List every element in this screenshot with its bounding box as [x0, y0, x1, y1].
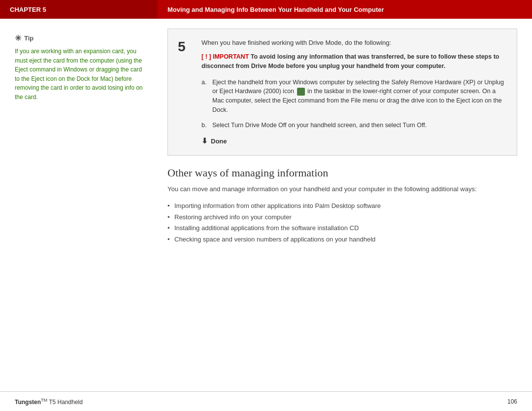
model-name: T5 Handheld	[47, 399, 83, 406]
important-notice: [ ! ] IMPORTANT To avoid losing any info…	[201, 52, 504, 71]
step-intro-text: When you have finished working with Driv…	[201, 39, 504, 46]
page-header: CHAPTER 5 Moving and Managing Info Betwe…	[0, 0, 532, 19]
chapter-title-text: Moving and Managing Info Between Your Ha…	[167, 6, 384, 13]
done-arrow-icon: ⬇	[201, 137, 208, 145]
done-label: Done	[211, 137, 227, 145]
step-box: 5 When you have finished working with Dr…	[167, 29, 517, 156]
tip-header: ✳ Tip	[15, 34, 143, 43]
done-row: ⬇ Done	[201, 137, 504, 145]
sidebar-tip: ✳ Tip If you are working with an expansi…	[0, 29, 158, 391]
section-heading: Other ways of managing information	[167, 167, 517, 179]
substep-b: b. Select Turn Drive Mode Off on your ha…	[201, 121, 504, 130]
substep-a: a. Eject the handheld from your Windows …	[201, 78, 504, 115]
step-substeps-list: a. Eject the handheld from your Windows …	[201, 78, 504, 130]
substep-a-text: Eject the handheld from your Windows com…	[212, 78, 504, 115]
page-content: 5 When you have finished working with Dr…	[158, 29, 532, 391]
tip-label: Tip	[24, 34, 33, 42]
bullet-item-4: Checking space and version numbers of ap…	[167, 235, 517, 245]
main-content: ✳ Tip If you are working with an expansi…	[0, 19, 532, 391]
chapter-title: Moving and Managing Info Between Your Ha…	[158, 0, 532, 19]
bullet-item-3: Installing additional applications from …	[167, 223, 517, 234]
eject-icon	[297, 88, 305, 96]
bullet-item-2: Restoring archived info on your computer	[167, 212, 517, 223]
step-content-area: When you have finished working with Driv…	[201, 39, 504, 145]
tip-star-icon: ✳	[15, 34, 21, 43]
section-intro: You can move and manage information on y…	[167, 184, 517, 194]
substep-a-label: a.	[201, 78, 208, 115]
substep-b-text: Select Turn Drive Mode Off on your handh…	[212, 121, 427, 130]
footer-brand-text: TungstenTM T5 Handheld	[15, 398, 83, 406]
substep-b-label: b.	[201, 121, 208, 130]
step-number: 5	[178, 39, 193, 145]
chapter-label: CHAPTER 5	[0, 0, 158, 19]
chapter-text: CHAPTER 5	[10, 6, 46, 13]
page-footer: TungstenTM T5 Handheld 106	[0, 391, 532, 411]
page-number: 106	[507, 398, 517, 405]
bullet-item-1: Importing information from other applica…	[167, 201, 517, 211]
important-label: [ ! ] IMPORTANT	[201, 53, 249, 60]
bullet-list: Importing information from other applica…	[167, 201, 517, 245]
tip-body: If you are working with an expansion car…	[15, 47, 143, 102]
brand-name: Tungsten	[15, 399, 41, 406]
trademark-symbol: TM	[41, 398, 47, 403]
